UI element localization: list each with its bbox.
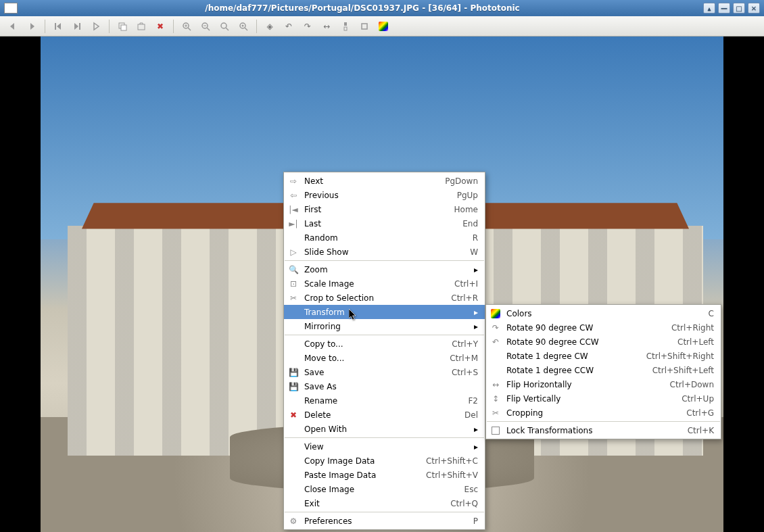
menu-item-shortcut: R xyxy=(473,233,478,243)
titlebar: /home/daf777/Pictures/Portugal/DSC01937.… xyxy=(0,0,764,16)
svg-point-16 xyxy=(242,24,244,26)
toolbar-separator xyxy=(109,20,110,33)
menu-item-delete[interactable]: ✖DeleteDel xyxy=(284,408,485,422)
submenu-item-rotate-90-degree-cw[interactable]: ↷Rotate 90 degree CWCtrl+Right xyxy=(486,320,721,335)
menu-item-previous[interactable]: ⇦PreviousPgUp xyxy=(284,188,485,202)
submenu-arrow-icon: ▸ xyxy=(470,265,478,274)
menu-item-label: Crop to Selection xyxy=(304,293,437,303)
blank-icon xyxy=(287,441,300,452)
zoom-out-button[interactable] xyxy=(198,19,213,34)
submenu-item-cropping[interactable]: ✂CroppingCtrl+G xyxy=(486,406,721,420)
menu-item-scale-image[interactable]: ⊡Scale ImageCtrl+I xyxy=(284,276,485,291)
forward-button[interactable] xyxy=(24,19,39,34)
menu-item-paste-image-data[interactable]: Paste Image DataCtrl+Shift+V xyxy=(284,468,485,482)
menu-item-next[interactable]: ⇨NextPgDown xyxy=(284,174,485,188)
menu-item-shortcut: Ctrl+S xyxy=(452,368,478,377)
⊡-icon: ⊡ xyxy=(287,279,300,289)
rotate-cw-button[interactable]: ↷ xyxy=(300,19,315,34)
menu-item-label: Preferences xyxy=(304,516,460,526)
submenu-item-lock-transformations[interactable]: Lock TransformationsCtrl+K xyxy=(486,423,721,437)
⇨-icon: ⇨ xyxy=(287,176,300,187)
zoom-in-button[interactable] xyxy=(179,19,194,34)
blank-icon xyxy=(287,233,300,243)
↔-icon: ↔ xyxy=(489,379,502,390)
menu-item-exit[interactable]: ExitCtrl+Q xyxy=(284,496,485,510)
menu-item-crop-to-selection[interactable]: ✂Crop to SelectionCtrl+R xyxy=(284,291,485,305)
zoom-fit-button[interactable] xyxy=(236,19,251,34)
submenu-item-colors[interactable]: ColorsC xyxy=(486,306,721,320)
flip-h-button[interactable]: ↔ xyxy=(319,19,334,34)
submenu-item-rotate-1-degree-ccw[interactable]: Rotate 1 degree CCWCtrl+Shift+Left xyxy=(486,363,721,377)
💾-icon: 💾 xyxy=(287,367,300,378)
submenu-item-flip-vertically[interactable]: ↕Flip VerticallyCtrl+Up xyxy=(486,391,721,406)
menu-item-rename[interactable]: RenameF2 xyxy=(284,393,485,408)
menu-item-first[interactable]: |◄FirstHome xyxy=(284,202,485,216)
transform-button[interactable]: ◈ xyxy=(262,19,277,34)
menu-item-open-with[interactable]: Open With▸ xyxy=(284,422,485,436)
menu-item-last[interactable]: ►|LastEnd xyxy=(284,216,485,231)
move-button[interactable] xyxy=(134,19,149,34)
menu-item-label: Save As xyxy=(304,382,478,391)
menu-item-label: Rotate 90 degree CW xyxy=(506,323,658,333)
window-buttons: ▴ — □ ✕ xyxy=(703,3,764,14)
💾-icon: 💾 xyxy=(287,381,300,392)
flip-v-button[interactable] xyxy=(338,19,353,34)
blank-icon xyxy=(287,353,300,364)
maximize-button[interactable]: □ xyxy=(733,3,745,14)
menu-item-view[interactable]: View▸ xyxy=(284,439,485,454)
rainbow-icon xyxy=(379,22,388,31)
back-button[interactable] xyxy=(5,19,20,34)
menu-item-shortcut: Ctrl+I xyxy=(454,279,478,289)
menu-item-shortcut: Ctrl+Shift+V xyxy=(426,470,478,480)
menu-item-label: Close Image xyxy=(304,485,451,494)
copy-button[interactable] xyxy=(115,19,130,34)
menu-item-save[interactable]: 💾SaveCtrl+S xyxy=(284,365,485,379)
menu-item-close-image[interactable]: Close ImageEsc xyxy=(284,482,485,496)
svg-line-13 xyxy=(226,28,229,30)
close-button[interactable]: ✕ xyxy=(748,3,760,14)
image-viewer[interactable]: ⇨NextPgDown⇦PreviousPgUp|◄FirstHome►|Las… xyxy=(0,37,764,532)
submenu-arrow-icon: ▸ xyxy=(470,308,478,317)
menu-item-label: Rotate 1 degree CW xyxy=(506,352,633,361)
colors-button[interactable] xyxy=(376,19,391,34)
menu-item-label: Rotate 90 degree CCW xyxy=(506,337,664,347)
🔍-icon: 🔍 xyxy=(287,264,300,275)
play-button[interactable] xyxy=(89,19,103,34)
menu-item-zoom[interactable]: 🔍Zoom▸ xyxy=(284,262,485,276)
menu-item-shortcut: Ctrl+Left xyxy=(677,337,714,347)
blank-icon xyxy=(287,456,300,466)
⚙-icon: ⚙ xyxy=(287,516,300,527)
menu-item-save-as[interactable]: 💾Save As xyxy=(284,379,485,393)
zoom-reset-button[interactable] xyxy=(217,19,232,34)
menu-item-label: Flip Horizontally xyxy=(506,380,656,389)
menu-separator xyxy=(285,260,484,261)
submenu-arrow-icon: ▸ xyxy=(470,442,478,452)
blank-icon xyxy=(287,307,300,318)
menu-item-label: Rename xyxy=(304,396,454,406)
menu-item-shortcut: PgDown xyxy=(445,176,478,186)
menu-item-label: Delete xyxy=(304,410,451,420)
submenu-item-rotate-1-degree-cw[interactable]: Rotate 1 degree CWCtrl+Shift+Right xyxy=(486,349,721,363)
menu-item-preferences[interactable]: ⚙PreferencesP xyxy=(284,514,485,528)
crop-button[interactable] xyxy=(357,19,372,34)
svg-rect-3 xyxy=(121,25,126,30)
rollup-button[interactable]: ▴ xyxy=(703,3,715,14)
menu-item-shortcut: P xyxy=(473,516,478,526)
menu-item-shortcut: Del xyxy=(464,410,478,420)
submenu-item-rotate-90-degree-ccw[interactable]: ↶Rotate 90 degree CCWCtrl+Left xyxy=(486,335,721,349)
first-button[interactable] xyxy=(51,19,66,34)
menu-item-mirroring[interactable]: Mirroring▸ xyxy=(284,319,485,333)
menu-item-move-to[interactable]: Move to...Ctrl+M xyxy=(284,351,485,365)
menu-item-shortcut: Ctrl+Q xyxy=(450,499,478,508)
delete-button[interactable]: ✖ xyxy=(153,19,168,34)
menu-item-label: Rotate 1 degree CCW xyxy=(506,366,639,375)
rotate-ccw-button[interactable]: ↶ xyxy=(281,19,296,34)
menu-item-random[interactable]: RandomR xyxy=(284,231,485,245)
last-button[interactable] xyxy=(70,19,85,34)
menu-item-copy-image-data[interactable]: Copy Image DataCtrl+Shift+C xyxy=(284,454,485,468)
menu-item-copy-to[interactable]: Copy to...Ctrl+Y xyxy=(284,337,485,351)
submenu-item-flip-horizontally[interactable]: ↔Flip HorizontallyCtrl+Down xyxy=(486,377,721,391)
menu-item-slide-show[interactable]: ▷Slide ShowW xyxy=(284,245,485,259)
minimize-button[interactable]: — xyxy=(718,3,730,14)
menu-item-transform[interactable]: Transform▸ xyxy=(284,305,485,319)
